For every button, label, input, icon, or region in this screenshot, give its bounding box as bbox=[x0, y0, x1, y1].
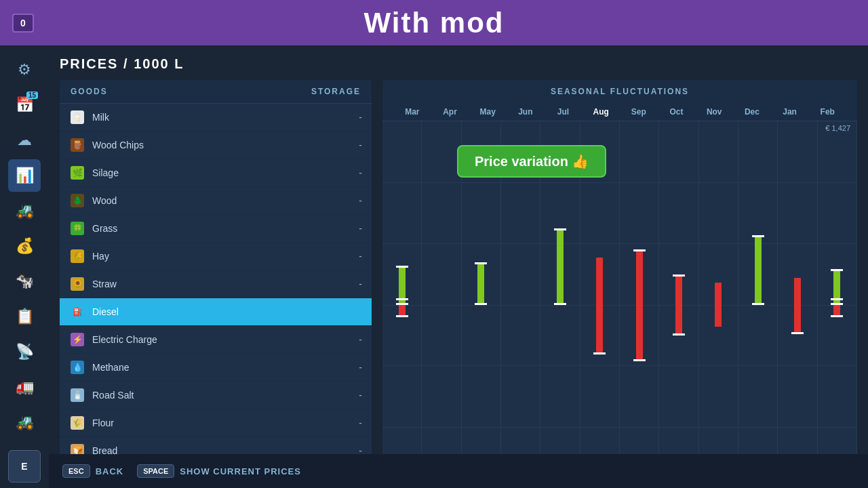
chart-section-label: SEASONAL FLUCTUATIONS bbox=[382, 80, 857, 103]
header: 0 With mod bbox=[0, 0, 868, 45]
goods-item-flour[interactable]: 🌾Flour- bbox=[60, 409, 372, 437]
goods-icon-wood: 🌲 bbox=[69, 192, 85, 209]
goods-item-grass[interactable]: 🍀Grass- bbox=[60, 215, 372, 243]
bar-top-line bbox=[752, 235, 764, 237]
red-bar bbox=[636, 251, 643, 359]
goods-storage-wood-chips: - bbox=[359, 140, 362, 150]
bar-col-dec bbox=[738, 121, 778, 488]
sidebar-icon-animals[interactable]: 🐄 bbox=[8, 265, 41, 298]
goods-name-methane: Methane bbox=[92, 362, 129, 373]
red-bar bbox=[596, 258, 603, 352]
goods-item-road-salt[interactable]: 🧂Road Salt- bbox=[60, 382, 372, 409]
goods-item-silage[interactable]: 🌿Silage- bbox=[60, 159, 372, 187]
bar-bottom-line bbox=[554, 303, 566, 305]
price-variation-tooltip: Price variation 👍 bbox=[457, 145, 606, 178]
goods-storage-methane: - bbox=[359, 362, 362, 373]
prices-combo: SPACE SHOW CURRENT PRICES bbox=[137, 464, 301, 478]
month-label-dec: Dec bbox=[733, 107, 771, 117]
bar-bottom-line-red bbox=[396, 315, 408, 317]
month-label-jan: Jan bbox=[771, 107, 809, 117]
main-layout: ⚙ 📅15 ☁ 📊 🚜 💰 🐄 📋 📡 🚛 🚜 E PRICES / 1000 … bbox=[0, 45, 868, 488]
goods-name-diesel: Diesel bbox=[92, 306, 119, 317]
bar-col-feb bbox=[818, 121, 857, 488]
sidebar-icon-contracts[interactable]: 📋 bbox=[8, 300, 41, 333]
content-area: PRICES / 1000 L GOODS STORAGE 🥛Milk-🪵Woo… bbox=[49, 45, 868, 488]
bar-bottom-line bbox=[752, 303, 764, 305]
bar-top-line bbox=[475, 262, 487, 264]
bar-bottom-line bbox=[475, 303, 487, 305]
red-bar bbox=[833, 305, 840, 315]
red-bar bbox=[715, 283, 722, 327]
bar-bottom-line-red bbox=[791, 332, 804, 334]
panels-container: GOODS STORAGE 🥛Milk-🪵Wood Chips-🌿Silage-… bbox=[60, 80, 857, 488]
sidebar-icon-vehicles[interactable]: 🚛 bbox=[8, 371, 41, 403]
bar-col-nov bbox=[699, 121, 738, 488]
goods-icon-electric-charge: ⚡ bbox=[69, 331, 85, 348]
bar-bottom-line-red bbox=[593, 352, 606, 354]
bar-top-line bbox=[831, 269, 843, 271]
goods-icon-wood-chips: 🪵 bbox=[69, 137, 85, 153]
month-label-feb: Feb bbox=[808, 107, 846, 117]
goods-item-electric-charge[interactable]: ⚡Electric Charge- bbox=[60, 326, 372, 354]
goods-name-silage: Silage bbox=[92, 167, 119, 178]
green-bar bbox=[755, 237, 762, 305]
goods-storage-hay: - bbox=[359, 251, 362, 262]
goods-icon-methane: 💧 bbox=[69, 359, 85, 375]
goods-storage-electric-charge: - bbox=[359, 334, 362, 345]
esc-key[interactable]: ESC bbox=[62, 464, 90, 478]
bars-container bbox=[382, 121, 857, 488]
goods-item-straw[interactable]: 🌻Straw- bbox=[60, 270, 372, 298]
sidebar-icon-e[interactable]: E bbox=[8, 450, 41, 483]
sidebar-icon-farm[interactable]: ⚙ bbox=[8, 54, 41, 86]
bar-top-line-red bbox=[673, 274, 685, 277]
goods-icon-straw: 🌻 bbox=[69, 276, 85, 292]
bar-col-jan bbox=[778, 121, 817, 488]
month-label-nov: Nov bbox=[695, 107, 733, 117]
back-label: BACK bbox=[96, 466, 124, 476]
sidebar-icon-chart[interactable]: 📊 bbox=[8, 159, 41, 192]
goods-item-wood[interactable]: 🌲Wood- bbox=[60, 187, 372, 215]
prices-label: SHOW CURRENT PRICES bbox=[180, 466, 301, 476]
goods-name-road-salt: Road Salt bbox=[92, 390, 134, 401]
red-bar bbox=[399, 305, 406, 315]
goods-icon-road-salt: 🧂 bbox=[69, 387, 85, 403]
month-label-apr: Apr bbox=[431, 107, 469, 117]
bar-bottom-line-red bbox=[831, 315, 843, 317]
goods-panel: GOODS STORAGE 🥛Milk-🪵Wood Chips-🌿Silage-… bbox=[60, 80, 372, 488]
goods-item-milk[interactable]: 🥛Milk- bbox=[60, 104, 372, 131]
space-key[interactable]: SPACE bbox=[137, 464, 174, 478]
bar-top-line-red bbox=[396, 298, 408, 300]
bar-top-line bbox=[396, 266, 408, 268]
sidebar-icon-extra[interactable]: 🚜 bbox=[8, 406, 41, 439]
goods-item-wood-chips[interactable]: 🪵Wood Chips- bbox=[60, 131, 372, 159]
goods-storage-road-salt: - bbox=[359, 390, 362, 401]
goods-list[interactable]: 🥛Milk-🪵Wood Chips-🌿Silage-🌲Wood-🍀Grass-🌾… bbox=[60, 104, 372, 488]
sidebar-icon-money[interactable]: 💰 bbox=[8, 230, 41, 262]
month-label-sep: Sep bbox=[620, 107, 658, 117]
header-key: 0 bbox=[12, 14, 34, 33]
sidebar-icon-help[interactable]: 📡 bbox=[8, 336, 41, 368]
bar-col-mar bbox=[382, 121, 422, 488]
goods-item-diesel[interactable]: ⛽Diesel bbox=[60, 298, 372, 326]
goods-name-flour: Flour bbox=[92, 418, 114, 428]
red-bar bbox=[675, 276, 682, 333]
goods-col-label: GOODS bbox=[71, 87, 108, 96]
goods-name-wood-chips: Wood Chips bbox=[92, 140, 144, 150]
goods-storage-milk: - bbox=[359, 112, 362, 123]
goods-name-grass: Grass bbox=[92, 223, 117, 234]
month-label-may: May bbox=[469, 107, 507, 117]
goods-icon-silage: 🌿 bbox=[69, 165, 85, 181]
bar-col-oct bbox=[659, 121, 698, 488]
back-combo: ESC BACK bbox=[62, 464, 123, 478]
sidebar-icon-calendar[interactable]: 📅15 bbox=[8, 89, 41, 121]
goods-item-hay[interactable]: 🌾Hay- bbox=[60, 243, 372, 270]
month-label-aug: Aug bbox=[582, 107, 620, 117]
bar-bottom-line-red bbox=[673, 333, 685, 336]
goods-item-methane[interactable]: 💧Methane- bbox=[60, 354, 372, 382]
goods-icon-hay: 🌾 bbox=[69, 248, 85, 264]
header-title: With mod bbox=[364, 7, 505, 39]
month-label-jul: Jul bbox=[545, 107, 583, 117]
calendar-badge: 15 bbox=[26, 92, 38, 99]
sidebar-icon-tractor[interactable]: 🚜 bbox=[8, 195, 41, 227]
sidebar-icon-weather[interactable]: ☁ bbox=[8, 124, 41, 157]
